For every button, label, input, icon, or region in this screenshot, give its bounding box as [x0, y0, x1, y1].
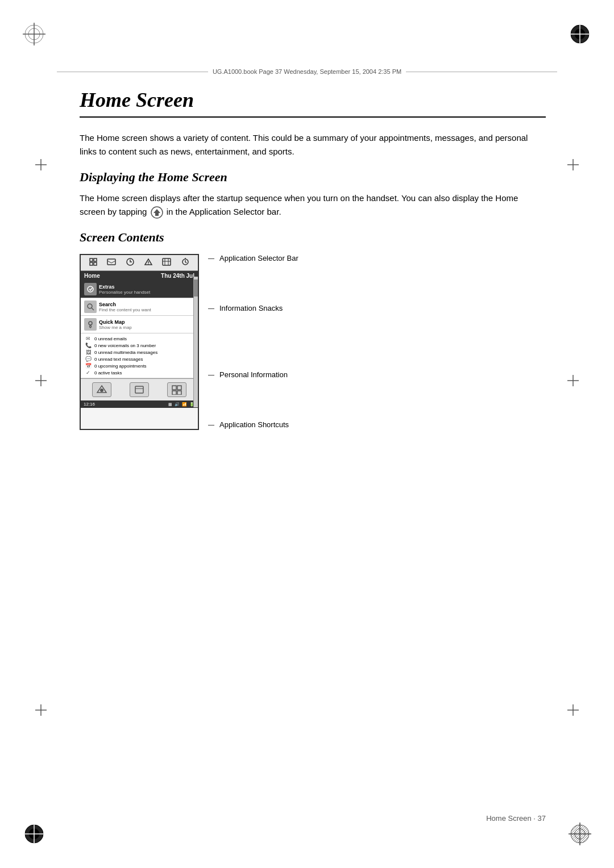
reg-mark-tr	[569, 23, 591, 45]
home-icon	[151, 206, 163, 219]
label-personal-info-text: Personal Information	[219, 370, 288, 380]
page-title: Home Screen	[80, 88, 546, 118]
extras-text: Extras Personalise your handset	[99, 284, 194, 295]
cross-mark-right-mid	[567, 375, 579, 386]
app-icon-3	[126, 257, 135, 268]
personal-row-email: ✉ 0 unread emails	[84, 335, 194, 342]
page-content: Home Screen The Home screen shows a vari…	[80, 88, 546, 800]
map-icon-phone	[84, 318, 97, 331]
app-icon-5	[162, 257, 171, 268]
phone-personal-info: ✉ 0 unread emails 📞 0 new voicemails on …	[81, 333, 198, 378]
personal-row-mms: 🖼 0 unread multimedia messages	[84, 349, 194, 356]
app-icon-6	[181, 257, 190, 268]
voicemail-icon-small: 📞	[84, 343, 92, 348]
shortcut-btn-1	[92, 382, 111, 397]
phone-status-icons: ▦ 🔊 📶 🔋	[168, 402, 195, 407]
personal-row-voicemail: 📞 0 new voicemails on 3 number	[84, 342, 194, 349]
search-icon-phone	[84, 301, 97, 313]
personal-row-tasks: ✓ 0 active tasks	[84, 369, 194, 376]
extras-icon	[84, 283, 97, 295]
quickmap-title: Quick Map	[99, 319, 194, 325]
svg-rect-51	[177, 386, 181, 390]
phone-shortcuts	[81, 378, 198, 400]
personal-row-appointments: 📅 0 upcoming appointments	[84, 362, 194, 369]
phone-item-search: Search Find the content you want	[81, 298, 198, 316]
phone-scroll-thumb	[194, 279, 198, 297]
personal-email-text: 0 unread emails	[94, 336, 127, 341]
svg-rect-50	[172, 386, 176, 390]
phone-time: 12:16	[84, 402, 95, 407]
search-subtitle: Find the content you want	[99, 307, 194, 312]
label-info-snacks-text: Information Snacks	[219, 304, 283, 314]
displaying-body: The Home screen displays after the start…	[80, 191, 546, 219]
cross-mark-left-bot	[35, 704, 47, 716]
svg-rect-30	[94, 258, 97, 261]
tasks-icon-small: ✓	[84, 370, 92, 375]
phone-status-bar: 12:16 ▦ 🔊 📶 🔋	[81, 400, 198, 408]
svg-rect-31	[90, 262, 93, 265]
footer-text: Home Screen · 37	[486, 814, 546, 823]
cross-mark-right-bot	[567, 704, 579, 716]
shortcut-btn-3	[167, 382, 186, 397]
svg-point-46	[89, 322, 92, 325]
svg-rect-53	[177, 391, 181, 395]
personal-voicemail-text: 0 new voicemails on 3 number	[94, 343, 156, 348]
app-icon-4	[144, 257, 153, 268]
search-title: Search	[99, 302, 194, 307]
phone-title-bar: Home Thu 24th Jul	[81, 271, 198, 281]
label-app-shortcuts-text: Application Shortcuts	[219, 420, 289, 430]
quickmap-text: Quick Map Show me a map	[99, 319, 194, 330]
svg-point-44	[88, 304, 92, 308]
label-app-selector-text: Application Selector Bar	[219, 254, 298, 264]
header-text: UG.A1000.book Page 37 Wednesday, Septemb…	[213, 68, 401, 75]
footer: Home Screen · 37	[80, 814, 546, 823]
quickmap-subtitle: Show me a map	[99, 325, 194, 330]
shortcut-btn-2	[130, 382, 149, 397]
diagram-labels: Application Selector Bar Information Sna…	[213, 254, 298, 430]
phone-date: Thu 24th Jul	[161, 273, 194, 279]
phone-app-bar	[81, 255, 198, 271]
phone-scroll-indicator	[193, 277, 198, 407]
personal-mms-text: 0 unread multimedia messages	[94, 350, 157, 355]
app-icon-2	[107, 257, 116, 268]
section-heading-displaying: Displaying the Home Screen	[80, 170, 546, 185]
personal-sms-text: 0 unread text messages	[94, 357, 143, 362]
extras-subtitle: Personalise your handset	[99, 290, 194, 295]
email-icon-small: ✉	[84, 336, 92, 341]
svg-point-36	[148, 264, 149, 265]
svg-line-45	[92, 308, 94, 310]
extras-title: Extras	[99, 284, 194, 290]
intro-paragraph: The Home screen shows a variety of conte…	[80, 131, 546, 158]
search-text: Search Find the content you want	[99, 302, 194, 312]
phone-item-quickmap: Quick Map Show me a map	[81, 316, 198, 333]
cross-mark-left-top	[35, 159, 47, 170]
appointments-icon-small: 📅	[84, 363, 92, 369]
phone-mockup: Home Thu 24th Jul Extras Personalise you…	[80, 254, 199, 430]
personal-appointments-text: 0 upcoming appointments	[94, 364, 147, 369]
svg-rect-37	[163, 258, 171, 265]
section-heading-screen-contents: Screen Contents	[80, 230, 546, 245]
svg-rect-32	[94, 262, 97, 265]
reg-mark-br	[569, 823, 591, 845]
label-personal-info: Personal Information	[213, 370, 298, 380]
svg-point-47	[100, 389, 103, 392]
svg-rect-33	[107, 259, 115, 265]
label-info-snacks: Information Snacks	[213, 304, 298, 314]
cross-mark-right-top	[567, 159, 579, 170]
reg-mark-bl	[23, 823, 45, 845]
phone-title: Home	[84, 273, 100, 279]
phone-item-extras: Extras Personalise your handset	[81, 281, 198, 298]
svg-point-43	[88, 286, 93, 292]
screen-contents-section: Screen Contents	[80, 230, 546, 430]
sms-icon-small: 💬	[84, 356, 92, 362]
personal-tasks-text: 0 active tasks	[94, 370, 122, 375]
personal-row-sms: 💬 0 unread text messages	[84, 356, 194, 362]
svg-rect-29	[90, 258, 93, 261]
mms-icon-small: 🖼	[84, 349, 92, 355]
label-app-shortcuts: Application Shortcuts	[213, 420, 298, 430]
svg-rect-52	[172, 391, 176, 395]
app-icon-1	[89, 257, 98, 268]
svg-rect-48	[135, 386, 143, 393]
label-app-selector: Application Selector Bar	[213, 254, 298, 264]
cross-mark-left-mid	[35, 375, 47, 386]
